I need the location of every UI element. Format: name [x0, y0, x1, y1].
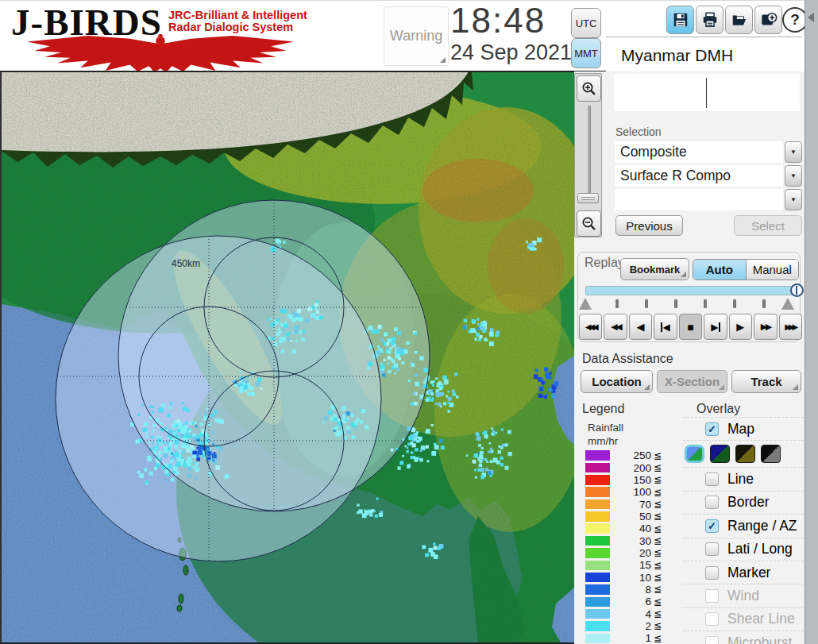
radar-map[interactable]: 450km [0, 71, 574, 644]
zoom-slider-track[interactable] [588, 106, 591, 202]
legend-value: 20 [610, 547, 651, 559]
utc-label: UTC [576, 17, 597, 29]
legend-operator: ≦ [654, 535, 662, 546]
legend-value: 15 [610, 559, 651, 571]
product-option-dropdown-button[interactable]: ▼ [785, 189, 802, 210]
print-button[interactable] [696, 6, 723, 34]
product-category-dropdown-button[interactable]: ▼ [785, 141, 802, 163]
legend-color-swatch [585, 548, 610, 558]
legend-operator: ≦ [654, 450, 662, 461]
checked-checkbox[interactable]: ✓ [705, 422, 719, 436]
xsection-label: X-Section [665, 375, 720, 388]
play-backward-button[interactable]: ◀ [629, 314, 652, 340]
replay-progress-slider[interactable] [585, 285, 798, 297]
listbox-divider [706, 78, 707, 108]
product-type-value: Surface R Compo [620, 168, 731, 184]
slider-track[interactable] [585, 286, 798, 295]
overlay-item-label[interactable]: Marker [727, 565, 770, 581]
data-assistance-label: Data Assistance [582, 352, 673, 366]
map-style-swatch[interactable] [710, 445, 730, 463]
station-name-box: Myanmar DMH [615, 40, 800, 71]
play-forward-button[interactable]: ▶ [729, 314, 752, 340]
overlay-item-label: Microburst [727, 634, 793, 644]
bookmark-label: Bookmark [630, 264, 681, 276]
timezone-utc-button[interactable]: UTC [571, 8, 601, 38]
unchecked-checkbox [705, 612, 719, 626]
product-type-field[interactable]: Surface R Compo [615, 165, 783, 187]
auto-label: Auto [706, 263, 733, 276]
legend-value: 30 [610, 535, 651, 547]
header-divider [606, 37, 802, 37]
fast-forward-button[interactable]: ▶▶ [754, 314, 777, 340]
legend-row: 6≦ [585, 596, 673, 607]
stop-button[interactable]: ■ [679, 314, 702, 340]
overlay-item-label[interactable]: Line [727, 471, 754, 488]
select-button[interactable]: Select [734, 215, 802, 236]
unchecked-checkbox[interactable] [705, 496, 719, 509]
overlay-options-list: ✓MapLineBorder✓Range / AZLati / LongMark… [683, 417, 804, 644]
warning-button[interactable]: Warning [384, 6, 449, 66]
station-list-box[interactable] [614, 74, 800, 111]
overlay-item-label[interactable]: Border [727, 494, 770, 511]
overlay-item-label[interactable]: Range / AZ [727, 518, 797, 534]
printer-icon [701, 11, 719, 29]
product-type-dropdown-button[interactable]: ▼ [785, 165, 802, 187]
unchecked-checkbox[interactable] [705, 542, 719, 556]
legend-row: 15≦ [585, 559, 673, 571]
play-forward-icon: ▶ [736, 321, 744, 333]
zoom-slider-handle[interactable] [577, 193, 599, 203]
slider-tick [645, 299, 648, 308]
legend-value: 6 [610, 596, 651, 607]
product-option-field[interactable] [615, 189, 783, 210]
jbirds-app-window: 450km J-BIRDS JRC-Brilliant & Intelligen… [0, 0, 818, 644]
legend-color-swatch [585, 463, 610, 473]
bookmark-button[interactable]: Bookmark [620, 258, 689, 280]
map-style-swatch[interactable] [761, 445, 781, 463]
range-start-marker[interactable] [579, 298, 592, 310]
logo-tagline-line2: Radar Dialogic System [168, 21, 307, 33]
xsection-button[interactable]: X-Section [657, 370, 727, 393]
step-forward-button[interactable]: ▶ [704, 314, 727, 340]
overlay-item-label[interactable]: Lati / Long [727, 541, 793, 557]
legend-color-swatch [585, 511, 610, 522]
previous-button[interactable]: Previous [615, 215, 683, 236]
legend-section-label: Legend [582, 402, 624, 416]
radar-map-canvas[interactable]: 450km [2, 71, 574, 642]
product-category-field[interactable]: Composite [615, 141, 783, 163]
track-label: Track [750, 375, 781, 388]
corner-resize-triangle [644, 384, 650, 390]
range-end-marker[interactable] [781, 298, 794, 310]
unchecked-checkbox[interactable] [705, 566, 719, 580]
timezone-mmt-button[interactable]: MMT [571, 38, 601, 68]
legend-row: 1≦ [585, 632, 673, 644]
track-button[interactable]: Track [731, 370, 801, 393]
map-style-swatch[interactable] [735, 445, 755, 463]
capture-add-button[interactable] [754, 6, 782, 34]
legend-row: 20≦ [585, 547, 673, 559]
chevron-down-icon: ▼ [790, 172, 797, 179]
unchecked-checkbox[interactable] [705, 472, 719, 486]
fast-rewind-3-button[interactable]: ◀◀◀ [579, 314, 602, 340]
map-style-swatch-selected[interactable] [685, 445, 704, 463]
auto-mode-button[interactable]: Auto [693, 260, 747, 280]
fast-forward-3-button[interactable]: ▶▶▶ [779, 314, 802, 340]
legend-color-swatch [585, 523, 610, 534]
slider-handle[interactable] [790, 283, 804, 297]
legend-color-swatch [585, 487, 610, 497]
legend-value: 10 [610, 572, 651, 584]
panel-collapse-strip[interactable] [804, 0, 818, 644]
open-file-button[interactable] [725, 6, 753, 34]
zoom-out-button[interactable] [577, 210, 601, 237]
zoom-in-button[interactable] [577, 75, 601, 102]
chevron-down-icon: ▼ [790, 148, 797, 156]
checked-checkbox[interactable]: ✓ [705, 519, 719, 533]
location-button[interactable]: Location [581, 370, 653, 393]
legend-value: 100 [610, 486, 651, 498]
legend-row: 8≦ [585, 584, 673, 596]
manual-mode-button[interactable]: Manual [747, 260, 799, 280]
fast-rewind-button[interactable]: ◀◀ [604, 314, 627, 340]
legend-row: 30≦ [585, 534, 673, 546]
save-button[interactable] [666, 6, 694, 34]
step-back-button[interactable]: ◀ [654, 314, 677, 340]
overlay-item-label[interactable]: Map [727, 421, 754, 438]
